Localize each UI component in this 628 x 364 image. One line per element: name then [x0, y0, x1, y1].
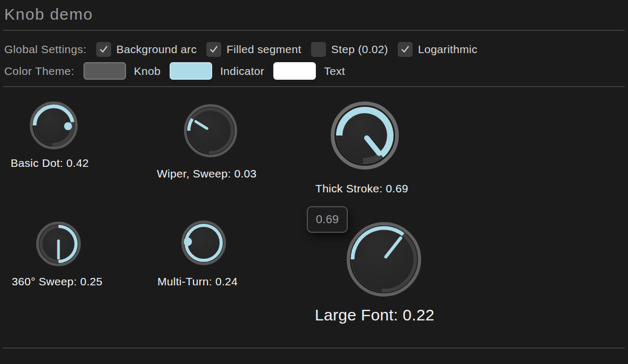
color-swatch-text[interactable] [273, 62, 316, 80]
checkbox-label-background-arc: Background arc [116, 43, 197, 56]
checkmark-icon [208, 44, 219, 55]
checkmark-icon [400, 44, 411, 55]
swatch-label-text: Text [324, 65, 345, 78]
knob-label-thick-stroke: Thick Stroke: 0.69 [315, 182, 408, 195]
color-swatch-indicator[interactable] [170, 62, 212, 80]
separator-settings [3, 86, 625, 87]
checkbox-background-arc[interactable] [96, 42, 111, 57]
separator-top [3, 30, 625, 31]
checkbox-label-step: Step (0.02) [331, 43, 388, 56]
global-settings-label: Global Settings: [4, 43, 87, 56]
knob-basic-dot[interactable] [28, 100, 79, 151]
swatch-label-indicator: Indicator [220, 65, 264, 78]
setting-filled-segment: Filled segment [206, 42, 302, 57]
knob-large-font[interactable] [345, 221, 423, 298]
checkmark-icon [98, 44, 109, 55]
knob-thick-stroke[interactable] [329, 100, 400, 171]
color-theme-label: Color Theme: [4, 65, 74, 78]
knob-label-360-sweep: 360° Sweep: 0.25 [12, 275, 103, 288]
color-swatch-knob[interactable] [83, 62, 126, 80]
page-title: Knob demo [4, 5, 93, 23]
theme-text: Text [273, 62, 345, 80]
knob-label-basic-dot: Basic Dot: 0.42 [11, 157, 89, 170]
setting-logarithmic: Logarithmic [398, 42, 478, 57]
theme-knob: Knob [83, 62, 161, 80]
theme-indicator: Indicator [170, 62, 264, 80]
setting-step: Step (0.02) [311, 42, 388, 57]
checkbox-logarithmic[interactable] [398, 42, 413, 57]
knob-multi-turn[interactable] [180, 219, 228, 267]
checkbox-filled-segment[interactable] [206, 42, 221, 57]
knob-label-wiper-sweep: Wiper, Sweep: 0.03 [157, 167, 257, 180]
checkbox-label-filled-segment: Filled segment [227, 43, 302, 56]
global-settings-row: Global Settings: Background arcFilled se… [4, 41, 478, 57]
tooltip-value: 0.69 [316, 213, 339, 226]
checkbox-label-logarithmic: Logarithmic [418, 43, 478, 56]
knob-wiper-sweep[interactable] [182, 103, 239, 159]
setting-background-arc: Background arc [96, 42, 197, 57]
separator-bottom [3, 348, 625, 349]
color-theme-row: Color Theme: KnobIndicatorText [4, 61, 345, 81]
knob-360-sweep[interactable] [35, 220, 82, 268]
knob-label-large-font: Large Font: 0.22 [315, 306, 434, 325]
knob-label-multi-turn: Multi-Turn: 0.24 [157, 275, 238, 288]
checkbox-step[interactable] [311, 42, 326, 57]
tooltip: 0.69 [307, 206, 348, 233]
swatch-label-knob: Knob [134, 65, 161, 78]
